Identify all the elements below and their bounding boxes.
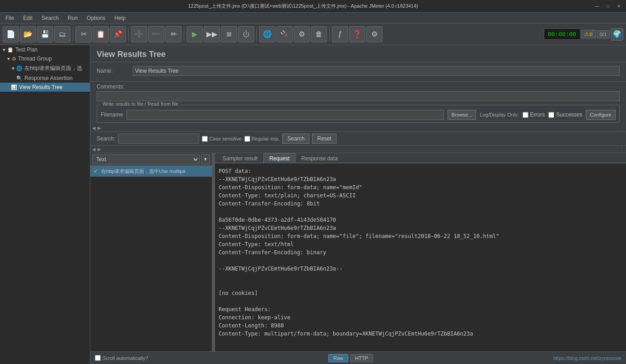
scroll-arrows-2: ◀ ▶ ⋮⋮ [90,146,626,153]
browse-button[interactable]: Browse... [448,110,477,120]
tab-request[interactable]: Request [263,153,295,163]
errors-checkbox[interactable] [523,112,528,118]
filename-input[interactable] [126,110,444,120]
clear-button[interactable]: 🗑 [311,26,327,42]
http-tab-button[interactable]: HTTP [350,354,373,362]
toolbar-separator-4 [257,28,257,41]
tab-sampler-result[interactable]: Sampler result [217,153,263,163]
minimize-button[interactable]: — [593,3,601,10]
sidebar-item-view-results-tree[interactable]: 📊 View Results Tree [0,83,90,92]
menu-search[interactable]: Search [38,14,62,22]
main-layout: ▼ 📋 Test Plan ▼ ⚙ Thread Group ▼ 🌐 在http… [0,45,626,364]
result-status-icon: ✔ [93,168,98,175]
request-line: 8a56f0de-0dbe-4373-a2df-4143de584170 [219,216,622,224]
toolbar-separator-1 [73,28,73,41]
request-line [219,257,622,265]
bottom-tabs: Raw HTTP [328,354,373,362]
left-scroll-arrow-2[interactable]: ◀ [92,147,96,152]
left-scroll-arrow[interactable]: ◀ [92,126,96,131]
scroll-right-end[interactable]: ⋮⋮ [615,126,624,131]
comments-label: Comments: [97,84,620,90]
listener-icon: 📊 [11,84,17,90]
view-type-dropdown[interactable]: Text [92,154,200,164]
request-line: Connection: keep-alive [219,313,622,322]
comments-input[interactable] [97,91,620,101]
close-button[interactable]: ✕ [615,3,622,10]
reset-button[interactable]: Reset [312,134,336,144]
sidebar-label-view-results-tree: View Results Tree [19,84,63,90]
regex-text: Regular exp. [252,136,280,141]
scroll-auto-checkbox[interactable] [95,355,101,361]
raw-tab-button[interactable]: Raw [328,354,348,362]
case-sensitive-label: Case sensitive [202,136,242,142]
toolbar: 📄 📂 💾 🗂 ✂ 📋 📌 ➕ ➖ ✏ ▶ ▶▶ ⏹ ⏻ 🌐 🔌 ⚙ 🗑 ƒ ❓… [0,23,626,45]
shutdown-button[interactable]: ⏻ [238,26,254,42]
request-line: --XKNETWjCqjPZvCEmtHu6e9rTZbBIA6n23a [219,175,622,183]
menu-help[interactable]: Help [111,14,129,22]
remote-run-button[interactable]: 🌐 [259,26,276,42]
paste-button[interactable]: 📌 [110,26,126,42]
function-helper-button[interactable]: ƒ [332,26,348,42]
sidebar-label-test-plan: Test Plan [15,47,37,53]
request-line: Content-Transfer-Encoding: 8bit [219,200,622,208]
search-button[interactable]: Search [282,134,309,144]
right-scroll-arrow[interactable]: ▶ [98,126,101,131]
sidebar-label-http-request: 在http请求编辑页面，选 [24,65,82,72]
menu-bar: File Edit Search Run Options Help [0,13,626,23]
remote-globe-button[interactable]: 🌍 [611,28,623,41]
successes-label: Successes [556,112,582,118]
menu-file[interactable]: File [2,14,18,22]
request-line: Request Headers: [219,305,622,313]
search-label: Search: [97,135,115,142]
configure-button[interactable]: Configure [586,110,616,120]
name-input[interactable] [133,66,620,76]
scroll-auto-text: Scroll automatically? [103,355,148,361]
test-plan-icon: 📋 [7,47,14,53]
stop-button[interactable]: ⏹ [221,26,237,42]
remove-button[interactable]: ➖ [148,26,164,42]
settings-button[interactable]: ⚙ [366,26,383,42]
request-line [219,281,622,289]
sidebar-item-test-plan[interactable]: ▼ 📋 Test Plan [0,45,90,54]
remote-stop-button[interactable]: 🔌 [276,26,293,42]
name-row: Name: [97,66,620,76]
maximize-button[interactable]: □ [604,3,612,10]
save-all-button[interactable]: 🗂 [54,26,70,42]
result-item-0[interactable]: ✔ 在http请求编辑页面，选中Use multipa [90,166,212,177]
open-button[interactable]: 📂 [20,26,36,42]
edit-button[interactable]: ✏ [165,26,182,42]
scroll-right-end-2[interactable]: ⋮⋮ [615,147,624,152]
right-scroll-arrow-2[interactable]: ▶ [98,147,101,152]
tab-response-data[interactable]: Response data [295,153,344,163]
sidebar-item-response-assertion[interactable]: 🔍 Response Assertion [0,74,90,83]
add-button[interactable]: ➕ [131,26,147,42]
request-line: Content-Disposition: form-data; name="fi… [219,232,622,240]
cut-button[interactable]: ✂ [75,26,92,42]
sidebar-item-http-request[interactable]: ▼ 🌐 在http请求编辑页面，选 [0,63,90,74]
menu-run[interactable]: Run [64,14,81,22]
request-line: Content-Disposition: form-data; name="me… [219,183,622,191]
sidebar-item-thread-group[interactable]: ▼ ⚙ Thread Group [0,54,90,63]
request-line [219,273,622,281]
request-line: Content-Type: text/html [219,240,622,248]
remote-shutdown-button[interactable]: ⚙ [294,26,310,42]
run-no-pauses-button[interactable]: ▶▶ [204,26,220,42]
title-bar: 1225post_上传文件.jmx (D:\接口测试+web测试\1225pos… [0,0,626,13]
assertion-icon: 🔍 [16,75,23,81]
help-button[interactable]: ❓ [349,26,365,42]
menu-options[interactable]: Options [83,14,109,22]
regex-checkbox[interactable] [244,136,250,142]
case-sensitive-checkbox[interactable] [202,136,208,142]
menu-edit[interactable]: Edit [19,14,36,22]
run-button[interactable]: ▶ [187,26,203,42]
bottom-bar: Scroll automatically? Raw HTTP https://b… [90,351,626,364]
dropdown-arrow[interactable]: ▼ [201,154,210,164]
write-section-label: Write results to file / Read from file [101,101,180,107]
successes-checkbox[interactable] [548,112,554,118]
filename-label: Filename [101,112,123,118]
successes-checkbox-group: Successes [548,112,582,118]
search-input[interactable] [118,134,199,144]
save-button[interactable]: 💾 [37,26,53,42]
copy-button[interactable]: 📋 [93,26,109,42]
new-button[interactable]: 📄 [3,26,19,42]
